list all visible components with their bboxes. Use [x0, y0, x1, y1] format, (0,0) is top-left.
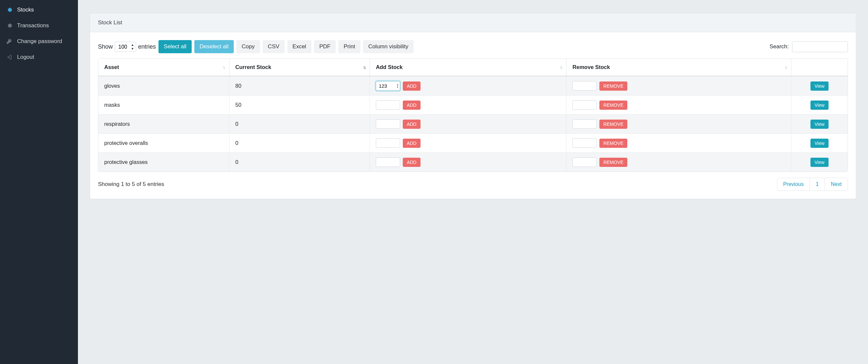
cell-add-stock: ADD [370, 114, 566, 133]
cell-remove-stock: REMOVE [566, 95, 792, 114]
col-current-stock-label: Current Stock [236, 64, 271, 70]
table-info: Showing 1 to 5 of 5 entries [98, 181, 164, 188]
col-asset-label: Asset [104, 64, 119, 70]
previous-button[interactable]: Previous [777, 178, 810, 191]
sort-icon: ↑↓ [223, 65, 224, 70]
entries-label: entries [138, 43, 156, 50]
col-actions [792, 59, 848, 76]
cell-asset: protective overalls [98, 133, 229, 153]
cell-current-stock: 80 [229, 76, 370, 95]
logout-icon [6, 54, 12, 60]
cogs-icon [6, 23, 12, 29]
cell-asset: gloves [98, 76, 229, 95]
col-add-stock[interactable]: Add Stock ↑↓ [370, 59, 566, 76]
cell-asset: protective glasses [98, 153, 229, 171]
remove-button[interactable]: REMOVE [599, 158, 627, 167]
add-stock-input[interactable] [376, 138, 400, 148]
sort-icon: ↑↓ [784, 65, 786, 70]
card-title: Stock List [98, 20, 122, 26]
remove-button[interactable]: REMOVE [599, 101, 627, 110]
cell-remove-stock: REMOVE [566, 76, 792, 95]
csv-button[interactable]: CSV [263, 40, 285, 53]
cell-remove-stock: REMOVE [566, 133, 792, 153]
show-label: Show [98, 43, 113, 50]
card-header: Stock List [90, 13, 856, 32]
cell-actions: View [792, 76, 848, 95]
print-button[interactable]: Print [338, 40, 360, 53]
col-current-stock[interactable]: Current Stock ↑↓ [229, 59, 370, 76]
add-button[interactable]: ADD [403, 158, 421, 167]
cell-actions: View [792, 95, 848, 114]
cell-add-stock: ADD [370, 133, 566, 153]
view-button[interactable]: View [810, 158, 828, 167]
view-button[interactable]: View [810, 120, 828, 129]
column-visibility-button[interactable]: Column visibility [363, 40, 414, 53]
add-stock-input[interactable] [376, 119, 400, 129]
add-button[interactable]: ADD [403, 120, 421, 129]
remove-button[interactable]: REMOVE [599, 81, 627, 91]
sidebar-item-label: Change password [17, 38, 62, 45]
remove-stock-input[interactable] [572, 119, 597, 129]
cell-actions: View [792, 114, 848, 133]
cell-actions: View [792, 153, 848, 171]
add-stock-input[interactable] [376, 100, 400, 110]
sidebar: StocksTransactionsChange passwordLogout [0, 0, 78, 364]
sidebar-item-stocks[interactable]: Stocks [0, 2, 78, 18]
select-all-button[interactable]: Select all [158, 40, 192, 53]
search-input[interactable] [792, 41, 848, 52]
table-row: gloves80▲▼ADDREMOVEView [98, 76, 848, 95]
add-button[interactable]: ADD [403, 81, 421, 91]
stock-list-card: Stock List Show 100 ▴▾ entries Select al… [90, 13, 856, 199]
sidebar-item-label: Stocks [17, 7, 34, 13]
table-toolbar: Show 100 ▴▾ entries Select all Deselect … [98, 40, 848, 53]
stock-table: Asset ↑↓ Current Stock ↑↓ Add Stock ↑↓ [98, 59, 848, 172]
sidebar-item-change-password[interactable]: Change password [0, 34, 78, 49]
sidebar-item-label: Transactions [17, 22, 49, 29]
remove-stock-input[interactable] [572, 81, 597, 91]
search-label: Search: [769, 43, 789, 50]
table-footer: Showing 1 to 5 of 5 entries Previous 1 N… [98, 178, 848, 191]
col-asset[interactable]: Asset ↑↓ [98, 59, 229, 76]
view-button[interactable]: View [810, 81, 828, 91]
col-remove-stock[interactable]: Remove Stock ↑↓ [566, 59, 792, 76]
col-remove-stock-label: Remove Stock [572, 64, 610, 70]
cell-asset: respirators [98, 114, 229, 133]
main-content: Stock List Show 100 ▴▾ entries Select al… [78, 0, 868, 364]
col-add-stock-label: Add Stock [376, 64, 403, 70]
sidebar-item-transactions[interactable]: Transactions [0, 18, 78, 34]
add-button[interactable]: ADD [403, 139, 421, 148]
add-stock-input[interactable] [376, 157, 400, 167]
deselect-all-button[interactable]: Deselect all [194, 40, 234, 53]
view-button[interactable]: View [810, 139, 828, 148]
page-1-button[interactable]: 1 [810, 178, 825, 191]
table-row: masks50ADDREMOVEView [98, 95, 848, 114]
cell-current-stock: 50 [229, 95, 370, 114]
cell-add-stock: ADD [370, 153, 566, 171]
remove-button[interactable]: REMOVE [599, 120, 627, 129]
copy-button[interactable]: Copy [237, 40, 260, 53]
remove-stock-input[interactable] [572, 138, 597, 148]
remove-button[interactable]: REMOVE [599, 139, 627, 148]
pdf-button[interactable]: PDF [314, 40, 336, 53]
sort-icon: ↑↓ [560, 65, 562, 70]
cell-remove-stock: REMOVE [566, 153, 792, 171]
remove-stock-input[interactable] [572, 157, 597, 167]
sidebar-item-label: Logout [17, 54, 34, 61]
sidebar-item-logout[interactable]: Logout [0, 49, 78, 65]
key-icon [6, 38, 12, 44]
table-row: protective glasses0ADDREMOVEView [98, 153, 848, 171]
view-button[interactable]: View [810, 101, 828, 110]
cell-actions: View [792, 133, 848, 153]
length-select[interactable]: 100 [115, 42, 136, 52]
search-control: Search: [769, 41, 848, 52]
cell-add-stock: ▲▼ADD [370, 76, 566, 95]
sort-icon: ↑↓ [363, 65, 365, 70]
card-body: Show 100 ▴▾ entries Select all Deselect … [90, 32, 856, 199]
add-button[interactable]: ADD [403, 101, 421, 110]
cogs-icon [6, 7, 12, 13]
length-control: Show 100 ▴▾ entries [98, 42, 156, 52]
next-button[interactable]: Next [825, 178, 848, 191]
add-stock-input[interactable] [376, 81, 400, 91]
excel-button[interactable]: Excel [287, 40, 312, 53]
remove-stock-input[interactable] [572, 100, 597, 110]
